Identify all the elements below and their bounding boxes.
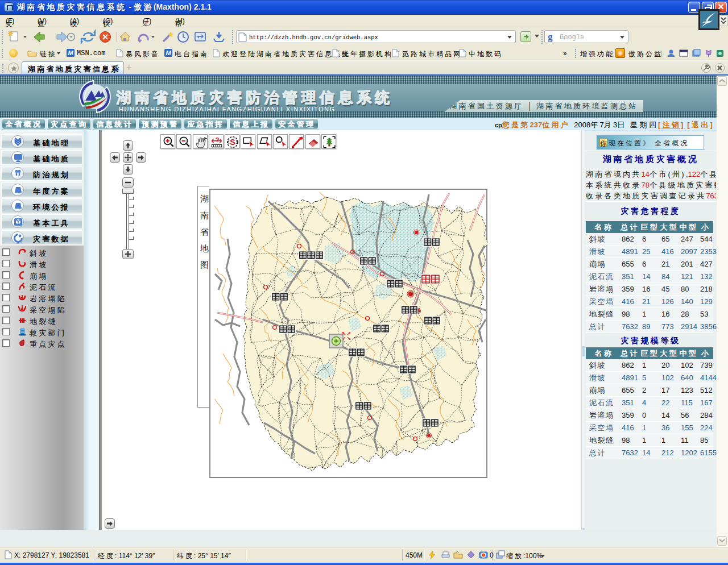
svg-text:?: ? bbox=[216, 136, 220, 143]
svg-text:S: S bbox=[230, 138, 235, 147]
